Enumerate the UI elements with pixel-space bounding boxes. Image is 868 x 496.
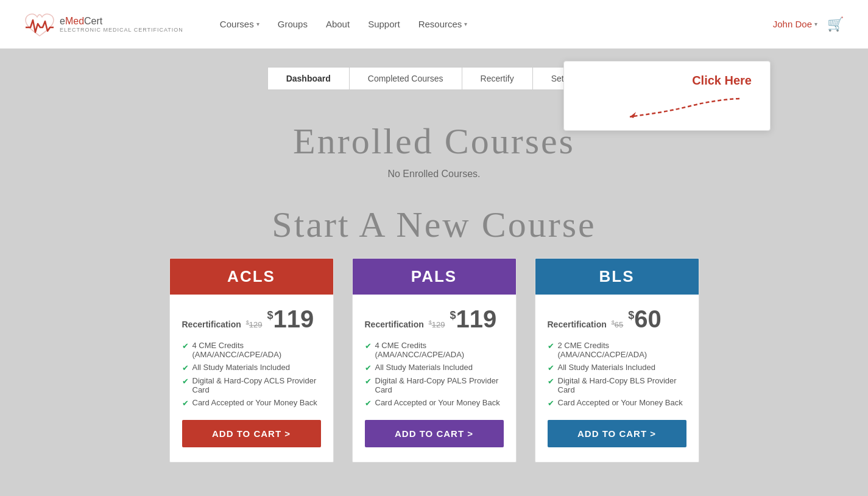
- nav-about[interactable]: About: [326, 19, 350, 29]
- price-new: $119: [267, 307, 314, 331]
- logo-e: e: [60, 16, 65, 26]
- feature-item: ✔ All Study Materials Included: [365, 363, 504, 372]
- feature-list: ✔ 4 CME Credits (AMA/ANCC/ACPE/ADA) ✔ Al…: [365, 341, 504, 408]
- course-cards: ACLS Recertification $129 $119 ✔ 4 CME C…: [24, 258, 844, 463]
- check-icon: ✔: [548, 341, 554, 351]
- tab-recertify[interactable]: Recertify: [462, 67, 532, 90]
- new-course-title: Start A New Course: [24, 204, 844, 246]
- price-new: $119: [450, 307, 496, 331]
- logo-med: Med: [65, 16, 84, 26]
- tooltip-popup: Click Here: [563, 61, 771, 131]
- nav-support[interactable]: Support: [368, 19, 400, 29]
- feature-item: ✔ All Study Materials Included: [182, 363, 321, 372]
- check-icon: ✔: [365, 399, 372, 408]
- price-old: $129: [246, 320, 263, 329]
- price-row: Recertification $129 $119: [365, 307, 504, 331]
- tab-dashboard[interactable]: Dashboard: [267, 67, 349, 90]
- no-enrolled-message: No Enrolled Courses.: [24, 169, 844, 180]
- header: eMedCert Electronic Medical Certificatio…: [0, 0, 868, 49]
- main-nav: Courses ▾ Groups About Support Resources…: [220, 19, 773, 29]
- check-icon: ✔: [182, 399, 189, 408]
- chevron-down-icon-resources: ▾: [464, 21, 467, 27]
- feature-list: ✔ 4 CME Credits (AMA/ANCC/ACPE/ADA) ✔ Al…: [182, 341, 321, 408]
- chevron-down-icon-user: ▾: [814, 21, 817, 27]
- price-label: Recertification: [182, 320, 241, 329]
- dashed-arrow-icon: [618, 94, 752, 118]
- chevron-down-icon: ▾: [256, 21, 259, 27]
- feature-item: ✔ 2 CME Credits (AMA/ANCC/ACPE/ADA): [548, 341, 686, 359]
- feature-item: ✔ Digital & Hard-Copy BLS Provider Card: [548, 376, 686, 394]
- check-icon: ✔: [548, 399, 554, 408]
- feature-item: ✔ 4 CME Credits (AMA/ANCC/ACPE/ADA): [365, 341, 504, 359]
- logo-cert: Cert: [84, 16, 102, 26]
- tab-completed[interactable]: Completed Courses: [349, 67, 462, 90]
- nav-groups[interactable]: Groups: [278, 19, 308, 29]
- check-icon: ✔: [365, 341, 372, 351]
- user-menu[interactable]: John Doe ▾: [773, 19, 817, 29]
- logo-subtitle: Electronic Medical Certification: [60, 27, 183, 33]
- card-header-bls: BLS: [535, 259, 699, 295]
- price-label: Recertification: [365, 320, 424, 329]
- feature-item: ✔ Digital & Hard-Copy PALS Provider Card: [365, 376, 504, 394]
- course-card-pals: PALS Recertification $129 $119 ✔ 4 CME C…: [352, 258, 517, 463]
- check-icon: ✔: [365, 363, 372, 372]
- header-right: John Doe ▾ 🛒: [773, 16, 844, 32]
- add-to-cart-button-bls[interactable]: ADD TO CART >: [548, 420, 686, 447]
- check-icon: ✔: [182, 363, 189, 372]
- feature-item: ✔ Card Accepted or Your Money Back: [182, 398, 321, 408]
- add-to-cart-button-pals[interactable]: ADD TO CART >: [365, 420, 504, 447]
- price-old: $129: [429, 320, 445, 329]
- card-header-pals: PALS: [353, 259, 516, 295]
- add-to-cart-button-acls[interactable]: ADD TO CART >: [182, 420, 321, 447]
- check-icon: ✔: [548, 363, 554, 372]
- price-label: Recertification: [548, 320, 607, 329]
- course-card-bls: BLS Recertification $65 $60 ✔ 2 CME Cred…: [535, 258, 699, 463]
- click-here-label: Click Here: [692, 74, 752, 88]
- feature-list: ✔ 2 CME Credits (AMA/ANCC/ACPE/ADA) ✔ Al…: [548, 341, 686, 408]
- logo-text: eMedCert Electronic Medical Certificatio…: [60, 16, 183, 33]
- check-icon: ✔: [365, 377, 372, 386]
- main-content: Enrolled Courses No Enrolled Courses. St…: [0, 90, 868, 487]
- logo-icon: [24, 9, 55, 40]
- card-body-bls: Recertification $65 $60 ✔ 2 CME Credits …: [535, 295, 699, 462]
- price-row: Recertification $65 $60: [548, 307, 686, 331]
- check-icon: ✔: [548, 377, 554, 386]
- price-new: $60: [628, 307, 662, 331]
- cart-icon[interactable]: 🛒: [827, 16, 844, 32]
- check-icon: ✔: [182, 341, 189, 351]
- card-body-pals: Recertification $129 $119 ✔ 4 CME Credit…: [353, 295, 516, 462]
- card-header-acls: ACLS: [170, 259, 333, 295]
- logo[interactable]: eMedCert Electronic Medical Certificatio…: [24, 9, 183, 40]
- svg-marker-0: [630, 112, 636, 118]
- feature-item: ✔ Card Accepted or Your Money Back: [365, 398, 504, 408]
- feature-item: ✔ Digital & Hard-Copy ACLS Provider Card: [182, 376, 321, 394]
- nav-courses[interactable]: Courses ▾: [220, 19, 259, 29]
- feature-item: ✔ Card Accepted or Your Money Back: [548, 398, 686, 408]
- feature-item: ✔ All Study Materials Included: [548, 363, 686, 372]
- nav-resources[interactable]: Resources ▾: [418, 19, 468, 29]
- course-card-acls: ACLS Recertification $129 $119 ✔ 4 CME C…: [169, 258, 334, 463]
- price-old: $65: [612, 320, 623, 329]
- price-row: Recertification $129 $119: [182, 307, 321, 331]
- feature-item: ✔ 4 CME Credits (AMA/ANCC/ACPE/ADA): [182, 341, 321, 359]
- card-body-acls: Recertification $129 $119 ✔ 4 CME Credit…: [170, 295, 333, 462]
- check-icon: ✔: [182, 377, 189, 386]
